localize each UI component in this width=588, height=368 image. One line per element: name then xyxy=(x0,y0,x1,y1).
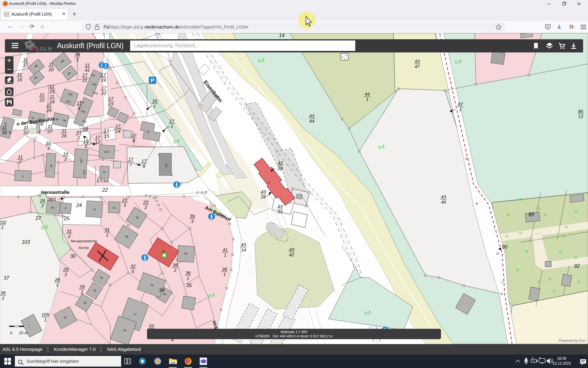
svg-text:11: 11 xyxy=(47,102,51,108)
svg-text:7B: 7B xyxy=(38,117,42,121)
svg-text:2: 2 xyxy=(144,205,147,210)
svg-text:13: 13 xyxy=(112,206,115,209)
svg-text:27: 27 xyxy=(47,129,53,134)
svg-text:17: 17 xyxy=(141,158,147,163)
svg-text:43: 43 xyxy=(289,247,294,252)
svg-text:23: 23 xyxy=(122,197,127,202)
svg-text:11: 11 xyxy=(17,72,22,77)
svg-text:17: 17 xyxy=(104,128,109,133)
svg-text:17: 17 xyxy=(128,156,134,162)
svg-text:43: 43 xyxy=(261,189,266,194)
svg-text:33: 33 xyxy=(277,209,283,214)
svg-text:17: 17 xyxy=(101,72,106,77)
svg-text:14: 14 xyxy=(115,128,121,134)
svg-text:23: 23 xyxy=(143,199,149,205)
svg-text:28: 28 xyxy=(35,129,41,134)
svg-text:2: 2 xyxy=(41,203,44,208)
svg-text:Neuapostolische: Neuapostolische xyxy=(71,239,97,243)
svg-text:87: 87 xyxy=(458,102,463,107)
svg-text:102: 102 xyxy=(0,220,6,225)
svg-text:90: 90 xyxy=(502,244,507,250)
svg-text:17: 17 xyxy=(95,140,100,145)
svg-text:2: 2 xyxy=(68,234,71,239)
svg-text:2: 2 xyxy=(2,295,5,301)
svg-text:Hansastraße: Hansastraße xyxy=(41,190,70,195)
svg-text:Kirche: Kirche xyxy=(79,246,89,250)
svg-text:31: 31 xyxy=(67,228,72,234)
svg-text:1: 1 xyxy=(56,282,58,287)
svg-text:9A: 9A xyxy=(51,206,54,209)
svg-text:1: 1 xyxy=(366,97,368,102)
svg-text:1: 1 xyxy=(44,317,47,322)
svg-text:10: 10 xyxy=(50,164,53,167)
svg-text:32: 32 xyxy=(130,263,136,269)
svg-text:43: 43 xyxy=(415,59,420,64)
svg-text:19: 19 xyxy=(63,151,68,156)
svg-text:12A: 12A xyxy=(82,170,86,175)
svg-text:9: 9 xyxy=(143,163,145,169)
svg-text:2: 2 xyxy=(174,267,177,273)
svg-text:14: 14 xyxy=(279,33,285,38)
svg-text:11: 11 xyxy=(40,92,44,97)
svg-text:1: 1 xyxy=(81,289,83,294)
svg-text:9A: 9A xyxy=(55,117,59,121)
svg-text:LGLN: LGLN xyxy=(36,46,52,52)
svg-text:11: 11 xyxy=(47,124,52,129)
svg-text:1: 1 xyxy=(106,232,108,237)
svg-text:21: 21 xyxy=(46,140,51,146)
svg-text:17: 17 xyxy=(169,118,175,124)
svg-text:1: 1 xyxy=(224,252,226,258)
svg-text:39: 39 xyxy=(2,130,7,135)
svg-text:16A: 16A xyxy=(104,150,109,153)
svg-text:3: 3 xyxy=(123,202,126,208)
svg-text:17: 17 xyxy=(101,85,107,90)
svg-text:6: 6 xyxy=(22,175,24,178)
svg-text:19: 19 xyxy=(101,77,106,82)
svg-text:0: 0 xyxy=(10,331,12,335)
svg-text:23: 23 xyxy=(108,101,114,106)
svg-text:43: 43 xyxy=(309,113,315,118)
svg-text:31: 31 xyxy=(105,227,110,232)
svg-text:1: 1 xyxy=(459,107,462,112)
svg-text:26: 26 xyxy=(40,198,45,203)
svg-text:8: 8 xyxy=(133,138,135,143)
svg-text:28: 28 xyxy=(55,277,60,282)
svg-text:36: 36 xyxy=(1,290,6,295)
svg-text:56: 56 xyxy=(184,252,187,255)
svg-text:24: 24 xyxy=(76,203,82,208)
svg-text:7: 7 xyxy=(130,162,132,167)
svg-text:11: 11 xyxy=(36,124,40,129)
svg-text:105: 105 xyxy=(41,312,49,317)
svg-text:29: 29 xyxy=(277,166,283,171)
svg-text:43: 43 xyxy=(241,242,246,247)
svg-text:41: 41 xyxy=(223,247,228,252)
svg-text:1: 1 xyxy=(85,144,87,149)
svg-text:3: 3 xyxy=(76,57,79,62)
svg-text:25: 25 xyxy=(64,216,70,221)
svg-text:11: 11 xyxy=(50,94,55,99)
svg-text:17: 17 xyxy=(23,62,28,67)
svg-text:7A: 7A xyxy=(31,116,35,120)
svg-text:25: 25 xyxy=(46,108,52,113)
svg-text:27: 27 xyxy=(35,216,41,221)
svg-text:17: 17 xyxy=(95,135,100,140)
svg-text:1: 1 xyxy=(153,103,156,109)
svg-text:44: 44 xyxy=(309,118,315,124)
svg-text:P: P xyxy=(151,78,154,84)
svg-text:42: 42 xyxy=(289,252,294,257)
svg-text:9B: 9B xyxy=(62,119,66,122)
svg-text:11: 11 xyxy=(50,84,55,89)
svg-text:1: 1 xyxy=(223,272,226,277)
svg-text:16: 16 xyxy=(17,77,22,82)
svg-text:16C: 16C xyxy=(164,163,168,168)
svg-text:44: 44 xyxy=(365,91,370,97)
svg-text:9: 9 xyxy=(65,207,66,210)
svg-text:11: 11 xyxy=(18,154,23,159)
svg-text:22: 22 xyxy=(101,90,107,96)
svg-text:16: 16 xyxy=(152,98,157,103)
svg-text:38: 38 xyxy=(222,266,227,272)
svg-text:29: 29 xyxy=(23,130,29,135)
svg-text:29: 29 xyxy=(63,266,69,272)
svg-text:43: 43 xyxy=(278,160,283,166)
svg-text:22: 22 xyxy=(39,97,45,102)
